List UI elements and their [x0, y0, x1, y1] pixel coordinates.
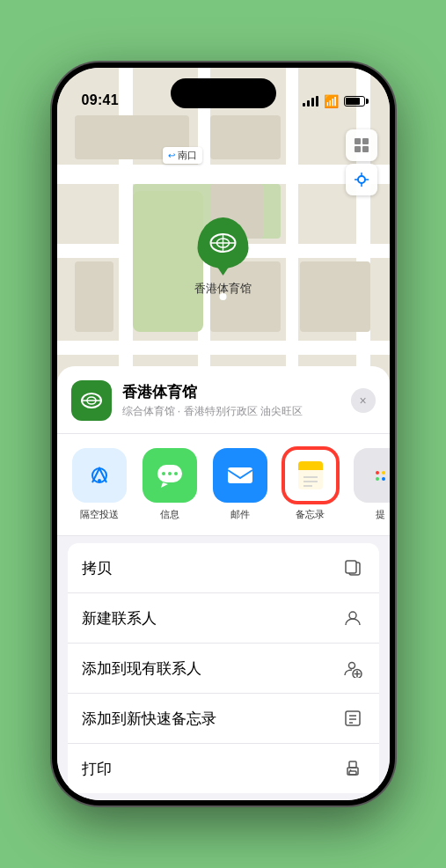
- location-desc: 综合体育馆 · 香港特别行政区 油尖旺区: [122, 404, 340, 419]
- svg-rect-41: [349, 761, 356, 768]
- action-item-print[interactable]: 打印: [68, 744, 379, 793]
- battery-icon: [344, 96, 365, 107]
- action-item-quick-note[interactable]: 添加到新快速备忘录: [68, 694, 379, 744]
- map-label-text: 南口: [178, 149, 197, 162]
- person-add-icon: [340, 656, 365, 680]
- svg-point-21: [174, 472, 178, 475]
- map-label-tag: ↩ 南口: [163, 147, 202, 164]
- action-label-quick-note: 添加到新快速备忘录: [82, 709, 216, 729]
- action-label-new-contact: 新建联系人: [82, 608, 157, 629]
- location-button[interactable]: [346, 164, 377, 195]
- note-icon: [340, 706, 365, 731]
- notes-icon-wrap: [283, 448, 338, 503]
- map-type-button[interactable]: [346, 129, 377, 161]
- svg-rect-22: [228, 467, 252, 483]
- action-label-copy: 拷贝: [82, 558, 112, 578]
- wifi-icon: 📶: [324, 94, 339, 108]
- location-header: 香港体育馆 综合体育馆 · 香港特别行政区 油尖旺区 ×: [57, 366, 390, 434]
- map-label-direction: ↩: [168, 151, 175, 160]
- status-icons: 📶: [303, 94, 365, 108]
- share-item-notes[interactable]: 备忘录: [279, 448, 342, 521]
- bottom-sheet: 香港体育馆 综合体育馆 · 香港特别行政区 油尖旺区 ×: [57, 366, 390, 800]
- share-item-more[interactable]: 提: [349, 448, 390, 521]
- share-item-mail[interactable]: 邮件: [208, 448, 272, 521]
- location-info: 香港体育馆 综合体育馆 · 香港特别行政区 油尖旺区: [122, 382, 340, 419]
- svg-point-20: [168, 472, 172, 475]
- svg-rect-25: [298, 467, 323, 470]
- mail-icon-wrap: [213, 448, 267, 503]
- action-label-add-contact: 添加到现有联系人: [82, 658, 201, 679]
- pin-dot: [220, 293, 227, 300]
- phone-screen: 09:41 📶: [57, 68, 390, 800]
- svg-point-32: [348, 663, 355, 669]
- share-item-airdrop[interactable]: 隔空投送: [68, 448, 131, 521]
- messages-icon-wrap: [143, 448, 197, 503]
- messages-label: 信息: [160, 508, 179, 521]
- status-time: 09:41: [82, 92, 119, 108]
- svg-rect-30: [346, 561, 356, 573]
- signal-icon: [303, 96, 318, 107]
- airdrop-label: 隔空投送: [80, 508, 119, 521]
- copy-icon: [340, 555, 365, 580]
- person-icon: [340, 606, 365, 630]
- svg-point-31: [349, 612, 356, 619]
- dynamic-island: [171, 78, 276, 108]
- more-icon-wrap: [354, 448, 390, 503]
- stadium-pin[interactable]: 香港体育馆: [194, 217, 252, 297]
- location-logo: [71, 380, 112, 421]
- notes-label: 备忘录: [296, 508, 325, 521]
- action-item-add-contact[interactable]: 添加到现有联系人: [68, 644, 379, 694]
- phone-frame: 09:41 📶: [52, 63, 395, 805]
- svg-point-17: [98, 479, 101, 482]
- location-name: 香港体育馆: [122, 382, 340, 402]
- svg-point-8: [358, 176, 365, 183]
- print-icon: [340, 756, 365, 781]
- svg-rect-5: [362, 138, 369, 144]
- close-button[interactable]: ×: [351, 388, 376, 413]
- svg-rect-7: [362, 146, 369, 152]
- share-row: 隔空投送 信息: [57, 434, 390, 536]
- airdrop-icon-wrap: [72, 448, 127, 503]
- share-item-messages[interactable]: 信息: [138, 448, 201, 521]
- action-item-new-contact[interactable]: 新建联系人: [68, 593, 379, 644]
- mail-label: 邮件: [230, 508, 250, 521]
- action-label-print: 打印: [82, 759, 112, 779]
- svg-rect-6: [355, 146, 361, 152]
- action-list: 拷贝 新建联系人: [68, 543, 379, 793]
- svg-point-43: [349, 769, 351, 771]
- map-controls: [346, 129, 377, 195]
- action-item-copy[interactable]: 拷贝: [68, 543, 379, 593]
- svg-point-19: [162, 472, 165, 475]
- svg-rect-42: [349, 771, 356, 775]
- pin-circle: [198, 217, 249, 268]
- more-label: 提: [376, 508, 385, 521]
- svg-rect-4: [355, 138, 361, 144]
